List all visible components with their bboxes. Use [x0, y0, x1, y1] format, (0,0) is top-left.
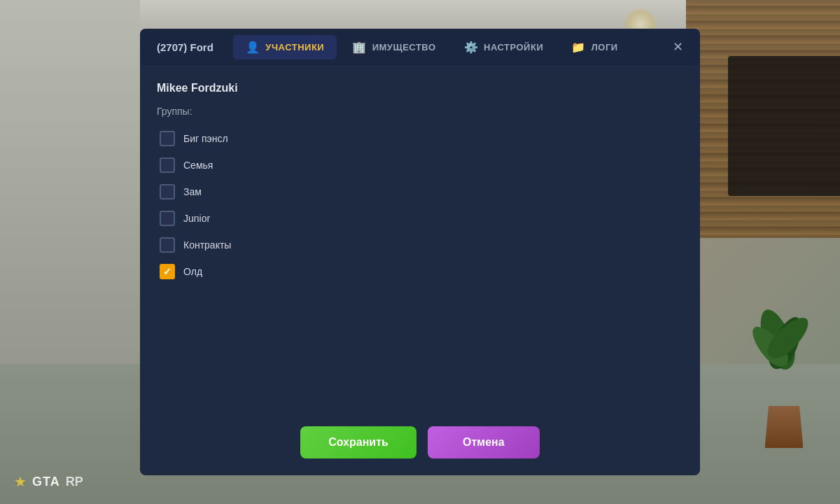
group-name-family: Семья — [183, 160, 213, 171]
group-name-old: Олд — [183, 266, 202, 277]
group-name-big-panel: Биг пэнсл — [183, 133, 228, 144]
tab-property-label: ИМУЩЕСТВО — [372, 42, 436, 52]
property-icon: 🏢 — [352, 41, 367, 54]
watermark-suffix: RP — [66, 475, 83, 489]
tab-settings-label: НАСТРОЙКИ — [484, 42, 543, 52]
members-icon: 👤 — [246, 41, 260, 54]
group-name-junior: Junior — [183, 213, 210, 224]
tab-logs-label: ЛОГИ — [592, 42, 618, 52]
dialog-footer: Сохранить Отмена — [140, 415, 700, 475]
plant-leaves — [760, 308, 808, 420]
group-item-junior[interactable]: Junior — [157, 206, 683, 230]
checkbox-junior[interactable] — [160, 211, 175, 226]
logs-icon: 📁 — [571, 41, 586, 54]
checkbox-zam[interactable] — [160, 184, 175, 200]
settings-icon: ⚙️ — [464, 41, 479, 54]
group-item-old[interactable]: Олд — [157, 260, 683, 284]
member-name: Mikee Fordzuki — [157, 82, 683, 94]
group-name-zam: Зам — [183, 186, 202, 197]
checkbox-big-panel[interactable] — [160, 131, 175, 146]
groups-label: Группы: — [157, 106, 683, 117]
plant — [756, 308, 812, 448]
checkbox-old[interactable] — [160, 264, 175, 279]
tab-settings[interactable]: ⚙️ НАСТРОЙКИ — [451, 35, 556, 59]
cancel-button[interactable]: Отмена — [428, 426, 540, 458]
dialog-wrapper: (2707) Ford 👤 УЧАСТНИКИ 🏢 ИМУЩЕСТВО ⚙️ Н… — [140, 29, 700, 475]
group-item-family[interactable]: Семья — [157, 153, 683, 177]
checkbox-contracts[interactable] — [160, 237, 175, 253]
group-list: Биг пэнсл Семья Зам Junior Контракты — [157, 127, 683, 284]
watermark: ★ GTA RP — [14, 473, 83, 490]
close-button[interactable]: ✕ — [667, 36, 689, 57]
watermark-star-icon: ★ — [14, 473, 27, 490]
group-name-contracts: Контракты — [183, 239, 231, 251]
group-item-contracts[interactable]: Контракты — [157, 233, 683, 257]
tab-property[interactable]: 🏢 ИМУЩЕСТВО — [340, 35, 448, 59]
watermark-prefix: GTA — [32, 475, 60, 489]
dialog-body: Mikee Fordzuki Группы: Биг пэнсл Семья З… — [140, 65, 700, 415]
save-button[interactable]: Сохранить — [300, 426, 416, 458]
tab-members-label: УЧАСТНИКИ — [265, 42, 324, 52]
group-item-zam[interactable]: Зам — [157, 180, 683, 204]
monitor — [728, 56, 840, 196]
dialog-title: (2707) Ford — [151, 41, 225, 53]
plant-pot — [765, 406, 804, 448]
tab-bar: (2707) Ford 👤 УЧАСТНИКИ 🏢 ИМУЩЕСТВО ⚙️ Н… — [140, 29, 700, 65]
tab-members[interactable]: 👤 УЧАСТНИКИ — [233, 35, 337, 59]
group-item-big-panel[interactable]: Биг пэнсл — [157, 127, 683, 150]
checkbox-family[interactable] — [160, 158, 175, 173]
tab-logs[interactable]: 📁 ЛОГИ — [559, 35, 630, 59]
